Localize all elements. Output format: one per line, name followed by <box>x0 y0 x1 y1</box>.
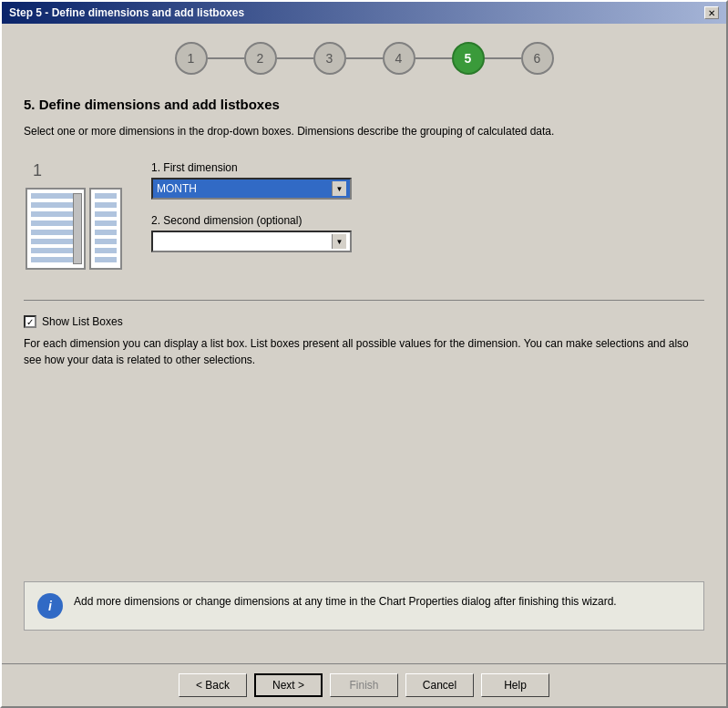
dialog: Step 5 - Define dimensions and add listb… <box>0 0 728 708</box>
checkbox-checkmark: ✓ <box>26 317 34 327</box>
listbox-boxes <box>26 188 122 270</box>
step-line-3 <box>346 57 383 59</box>
second-dimension-group: 2. Second dimension (optional) ▼ <box>151 214 704 252</box>
next-button[interactable]: Next > <box>254 673 323 697</box>
step-line-5 <box>485 57 521 59</box>
help-button[interactable]: Help <box>481 673 549 697</box>
info-box-text: Add more dimensions or change dimensions… <box>74 593 617 610</box>
listbox-icon-number: 1 <box>33 161 42 180</box>
listbox-main <box>26 188 86 270</box>
step-6: 6 <box>521 42 554 75</box>
step-5: 5 <box>452 42 485 75</box>
step-4: 4 <box>383 42 415 75</box>
separator <box>24 300 704 301</box>
first-dim-label: 1. First dimension <box>151 161 704 174</box>
description-text: Select one or more dimensions in the dro… <box>24 123 704 139</box>
listbox-icon: 1 <box>24 161 124 271</box>
dimension-section: 1 1. First dimension MONTH ▼ <box>24 161 704 271</box>
listboxes-info-text: For each dimension you can display a lis… <box>24 335 704 368</box>
second-dim-select[interactable]: ▼ <box>151 231 352 252</box>
step-2: 2 <box>244 42 277 75</box>
listbox-side <box>89 188 122 270</box>
info-box: i Add more dimensions or change dimensio… <box>24 581 704 631</box>
show-listboxes-label: Show List Boxes <box>42 315 123 328</box>
footer: < Back Next > Finish Cancel Help <box>2 663 726 706</box>
show-listboxes-checkbox[interactable]: ✓ <box>24 315 36 328</box>
close-button[interactable]: ✕ <box>704 6 719 19</box>
back-button[interactable]: < Back <box>179 673 247 697</box>
step-3: 3 <box>313 42 346 75</box>
content-area: 1 2 3 4 5 6 5. Define dimensions and add… <box>2 24 726 663</box>
show-listboxes-row[interactable]: ✓ Show List Boxes <box>24 315 704 328</box>
title-bar-text: Step 5 - Define dimensions and add listb… <box>9 6 244 19</box>
first-dim-dropdown-arrow: ▼ <box>332 181 346 196</box>
step-line-2 <box>277 57 313 59</box>
step-indicators: 1 2 3 4 5 6 <box>24 42 704 75</box>
first-dimension-group: 1. First dimension MONTH ▼ <box>151 161 704 200</box>
second-dim-label: 2. Second dimension (optional) <box>151 214 704 227</box>
finish-button: Finish <box>330 673 398 697</box>
info-icon: i <box>37 593 63 619</box>
step-line-4 <box>415 57 452 59</box>
second-dim-dropdown-arrow: ▼ <box>332 234 346 249</box>
first-dim-select[interactable]: MONTH ▼ <box>151 178 352 200</box>
dimension-controls: 1. First dimension MONTH ▼ 2. Second dim… <box>151 161 704 252</box>
main-heading: 5. Define dimensions and add listboxes <box>24 97 704 112</box>
step-1: 1 <box>175 42 208 75</box>
first-dim-value: MONTH <box>157 182 197 195</box>
step-line-1 <box>208 57 244 59</box>
title-bar: Step 5 - Define dimensions and add listb… <box>2 2 726 24</box>
cancel-button[interactable]: Cancel <box>405 673 474 697</box>
